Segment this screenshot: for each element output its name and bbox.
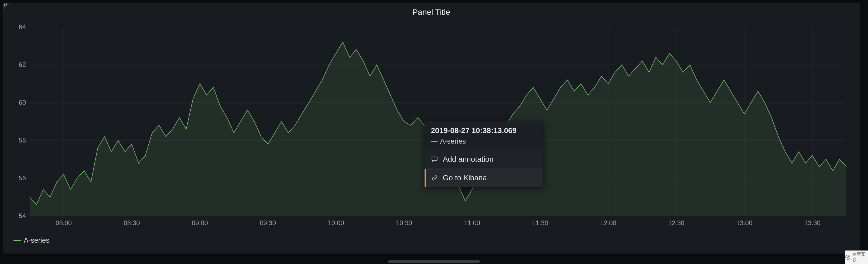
link-icon — [431, 174, 438, 181]
svg-text:13:30: 13:30 — [804, 219, 820, 227]
svg-text:11:00: 11:00 — [464, 219, 480, 227]
svg-text:58: 58 — [19, 137, 26, 144]
context-menu-item-add-annotation[interactable]: Add annotation — [425, 150, 543, 169]
svg-text:56: 56 — [19, 174, 26, 182]
watermark-icon — [845, 254, 851, 261]
legend[interactable]: A-series — [13, 236, 49, 244]
svg-text:08:00: 08:00 — [56, 219, 72, 227]
svg-text:60: 60 — [19, 99, 26, 106]
svg-text:09:30: 09:30 — [260, 219, 276, 227]
page-root: Panel Title 54565860626408:0008:3009:000… — [0, 0, 868, 264]
svg-rect-36 — [432, 157, 437, 160]
context-menu: 2019-08-27 10:38:13.069 A-series Add ann… — [425, 121, 543, 187]
svg-text:10:00: 10:00 — [328, 219, 344, 227]
svg-text:12:00: 12:00 — [600, 219, 616, 227]
context-menu-series: A-series — [431, 137, 537, 146]
watermark: 创新互联 — [845, 251, 868, 264]
context-menu-header: 2019-08-27 10:38:13.069 A-series — [425, 121, 543, 150]
svg-text:08:30: 08:30 — [124, 219, 140, 227]
svg-text:13:00: 13:00 — [736, 219, 752, 227]
comment-icon — [431, 156, 438, 163]
context-menu-swatch — [431, 141, 437, 142]
svg-text:10:30: 10:30 — [396, 219, 412, 227]
svg-text:09:00: 09:00 — [192, 219, 208, 227]
svg-text:62: 62 — [19, 61, 26, 68]
svg-text:54: 54 — [19, 212, 26, 219]
watermark-text: 创新互联 — [852, 252, 868, 263]
horizontal-scrollbar-thumb[interactable] — [388, 260, 480, 263]
context-menu-timestamp: 2019-08-27 10:38:13.069 — [431, 126, 537, 135]
panel-expand-button[interactable] — [3, 3, 10, 10]
panel-title: Panel Title — [3, 3, 860, 20]
svg-text:12:30: 12:30 — [668, 219, 684, 227]
svg-text:64: 64 — [19, 24, 26, 30]
legend-label: A-series — [24, 236, 49, 244]
context-menu-item-label: Go to Kibana — [443, 174, 487, 182]
external-link-icon — [3, 3, 7, 7]
context-menu-series-label: A-series — [440, 137, 466, 146]
svg-text:11:30: 11:30 — [532, 219, 548, 227]
legend-swatch — [13, 240, 21, 241]
context-menu-item-go-to-kibana[interactable]: Go to Kibana — [425, 169, 543, 187]
context-menu-item-label: Add annotation — [443, 155, 494, 164]
